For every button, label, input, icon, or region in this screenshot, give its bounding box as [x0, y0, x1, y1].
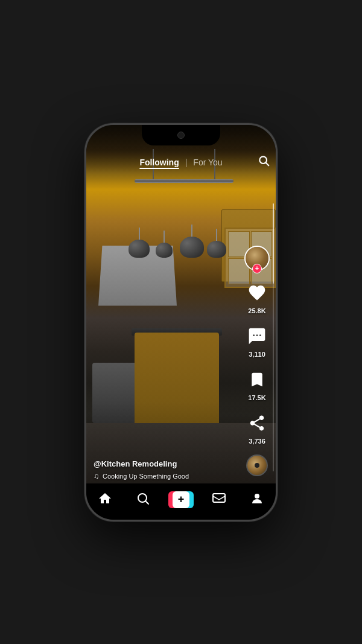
phone-screen: Following | For You — [86, 125, 276, 520]
like-count: 25.8K — [248, 307, 265, 314]
front-camera — [177, 132, 185, 139]
nav-inbox[interactable] — [206, 491, 232, 508]
bookmark-count: 17.5K — [248, 394, 265, 401]
svg-line-6 — [145, 501, 148, 504]
bookmark-button[interactable]: 17.5K — [245, 368, 269, 401]
svg-point-2 — [253, 334, 255, 336]
svg-point-8 — [255, 494, 259, 499]
progress-thumb — [273, 203, 274, 284]
nav-profile[interactable] — [244, 491, 270, 508]
video-info: @Kitchen Remodeling ♫ Cooking Up Somethi… — [94, 459, 240, 480]
like-button[interactable]: 25.8K — [245, 281, 269, 314]
search-icon[interactable] — [258, 155, 270, 170]
video-progress[interactable] — [273, 203, 274, 471]
nav-create[interactable]: + — [168, 491, 194, 508]
right-actions: + 25.8K — [244, 246, 270, 447]
svg-point-3 — [256, 334, 258, 336]
bottom-nav: + — [86, 483, 276, 520]
follow-plus-button[interactable]: + — [252, 264, 262, 273]
share-count: 3,736 — [249, 438, 265, 445]
creator-avatar-container[interactable]: + — [244, 246, 270, 271]
tab-for-you[interactable]: For You — [193, 158, 222, 167]
comment-button[interactable]: 3,110 — [245, 324, 269, 358]
nav-divider: | — [185, 158, 188, 167]
nav-search[interactable] — [130, 491, 156, 508]
comment-count: 3,110 — [249, 351, 265, 358]
notch — [142, 125, 220, 145]
music-disc[interactable] — [246, 454, 268, 476]
music-note-icon: ♫ — [94, 472, 99, 480]
creator-username[interactable]: @Kitchen Remodeling — [94, 459, 240, 468]
svg-point-4 — [259, 334, 261, 336]
share-button[interactable]: 3,736 — [245, 411, 269, 445]
phone-frame: Following | For You — [84, 123, 278, 521]
nav-home[interactable] — [92, 491, 118, 508]
tab-following[interactable]: Following — [139, 158, 179, 167]
song-title[interactable]: Cooking Up Something Good — [103, 473, 189, 480]
svg-line-1 — [266, 163, 269, 166]
